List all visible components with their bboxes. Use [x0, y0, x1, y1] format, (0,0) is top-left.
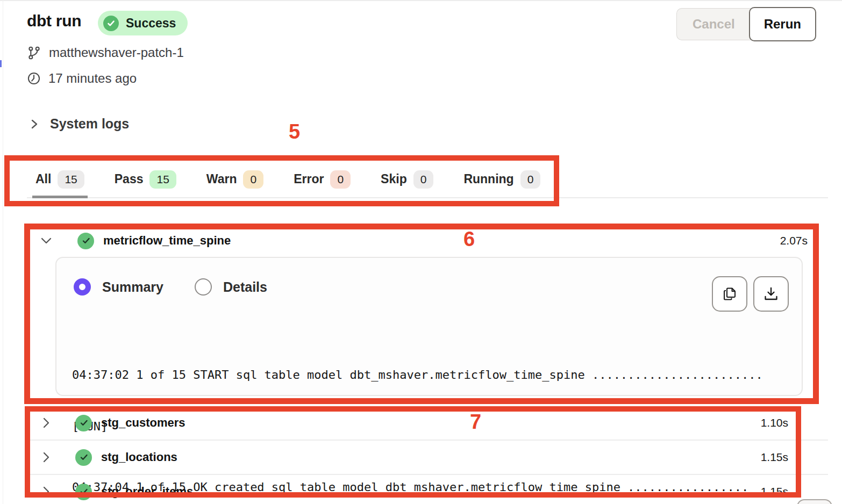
rerun-button[interactable]: Rerun: [749, 7, 816, 41]
model-duration: 1.10s: [761, 416, 828, 429]
details-radio[interactable]: Details: [195, 278, 267, 296]
model-duration: 2.07s: [780, 234, 812, 247]
chevron-right-icon[interactable]: [42, 416, 51, 429]
download-icon: [763, 286, 779, 302]
annotation-label-5: 5: [289, 120, 300, 143]
branch-row: matthewshaver-patch-1: [27, 45, 184, 60]
status-badge: Success: [98, 11, 188, 35]
model-name: stg_locations: [101, 450, 177, 464]
model-duration: 1.15s: [761, 451, 828, 464]
chevron-right-icon: [30, 118, 39, 130]
tab-running-count: 0: [520, 170, 541, 189]
copy-icon: [722, 286, 738, 302]
tab-skip-count: 0: [413, 170, 434, 189]
floating-button-partial[interactable]: [797, 499, 832, 504]
model-name: stg_customers: [101, 416, 185, 430]
model-row-metricflow-time-spine[interactable]: metricflow_time_spine 2.07s: [32, 230, 812, 251]
model-rows-list: stg_customers 1.10s stg_locations 1.15s …: [25, 406, 828, 504]
model-success-icon: [75, 449, 92, 466]
tab-warn-count: 0: [243, 170, 263, 189]
run-actions: Cancel Rerun: [676, 7, 816, 41]
window-top-border: [0, 0, 842, 1]
tab-running-label: Running: [463, 172, 513, 186]
radio-selected-icon: [74, 278, 91, 296]
success-check-icon: [103, 16, 119, 31]
tab-all-label: All: [35, 172, 51, 186]
download-logs-button[interactable]: [753, 276, 789, 312]
tab-skip-label: Skip: [381, 172, 407, 186]
tab-all[interactable]: All 15: [35, 161, 84, 197]
tab-all-count: 15: [58, 170, 84, 189]
model-row-stg-order-items[interactable]: stg_order_items 1.15s: [25, 475, 828, 504]
dbt-run-page: dbt run Success Cancel Rerun matthewshav…: [0, 0, 842, 504]
radio-unselected-icon: [195, 278, 212, 296]
details-radio-label: Details: [223, 279, 267, 295]
model-success-icon: [75, 484, 92, 500]
tab-pass[interactable]: Pass 15: [115, 161, 176, 197]
cancel-button[interactable]: Cancel: [676, 8, 751, 40]
system-logs-toggle[interactable]: System logs: [30, 116, 129, 132]
tab-error[interactable]: Error 0: [294, 161, 351, 197]
page-title: dbt run: [27, 12, 81, 30]
tab-skip[interactable]: Skip 0: [381, 161, 433, 197]
log-view-mode-group: Summary Details: [74, 278, 267, 296]
model-name: metricflow_time_spine: [103, 234, 231, 248]
model-duration: 1.15s: [761, 485, 828, 498]
tab-error-count: 0: [330, 170, 351, 189]
git-branch-icon: [27, 46, 41, 60]
model-success-icon: [75, 415, 92, 431]
log-line: 04:37:02 1 of 15 START sql table model d…: [72, 366, 787, 384]
summary-radio[interactable]: Summary: [74, 278, 163, 296]
tab-pass-count: 15: [149, 170, 176, 189]
tab-error-label: Error: [294, 172, 324, 186]
copy-logs-button[interactable]: [712, 276, 747, 312]
clock-icon: [27, 71, 41, 85]
status-badge-label: Success: [126, 16, 176, 31]
model-success-icon: [77, 233, 94, 249]
tab-warn-label: Warn: [206, 172, 237, 186]
result-filter-tabs: All 15 Pass 15 Warn 0 Error 0 Skip 0 Run…: [27, 161, 828, 198]
model-row-stg-customers[interactable]: stg_customers 1.10s: [25, 406, 828, 441]
model-row-stg-locations[interactable]: stg_locations 1.15s: [25, 441, 828, 475]
tab-running[interactable]: Running 0: [463, 161, 540, 197]
system-logs-label: System logs: [50, 116, 129, 132]
summary-radio-label: Summary: [102, 279, 163, 295]
model-log-card: Summary Details: [55, 257, 803, 396]
branch-name: matthewshaver-patch-1: [49, 45, 184, 60]
tab-warn[interactable]: Warn 0: [206, 161, 263, 197]
model-name: stg_order_items: [101, 485, 193, 499]
panel-left-border: [3, 0, 3, 504]
chevron-down-icon[interactable]: [40, 236, 53, 245]
chevron-right-icon[interactable]: [42, 485, 51, 498]
left-edge-blue-marker: [0, 60, 2, 67]
time-ago-label: 17 minutes ago: [48, 71, 137, 86]
chevron-right-icon[interactable]: [42, 451, 51, 464]
tab-pass-label: Pass: [115, 172, 144, 186]
time-row: 17 minutes ago: [27, 71, 137, 86]
